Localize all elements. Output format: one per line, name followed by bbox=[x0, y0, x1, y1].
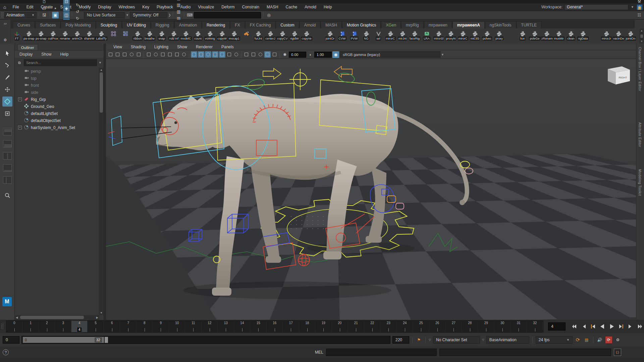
toggle-modeling-toolkit-icon[interactable]: ⚒ bbox=[636, 0, 643, 5]
outliner-item-ground_geo[interactable]: Ground_Geo bbox=[15, 103, 99, 110]
menu-deform[interactable]: Deform bbox=[218, 5, 238, 9]
viewport-toolbar-icon-22[interactable] bbox=[250, 51, 257, 58]
shelf-tab-fx-caching[interactable]: FX Caching bbox=[245, 21, 276, 28]
shelf-tab-icon[interactable]: ▭ bbox=[3, 21, 8, 26]
timeline-frame-32[interactable]: 32 bbox=[527, 321, 543, 332]
shelf-button-ribbon[interactable]: ribbon bbox=[131, 29, 144, 43]
current-frame-field[interactable]: 4 bbox=[548, 322, 566, 330]
exposure-field[interactable]: 0.00 bbox=[289, 52, 306, 58]
timeline-frame-7[interactable]: 7 bbox=[120, 321, 137, 332]
panel-tab-channel-box-layer-editor[interactable]: Channel Box / Layer Editor bbox=[638, 47, 642, 92]
timeline-frame-19[interactable]: 19 bbox=[315, 321, 332, 332]
shelf-button-miCtlS[interactable]: miCtlS bbox=[469, 29, 481, 43]
viewport-toolbar-icon-21[interactable] bbox=[243, 51, 250, 58]
viewport-menu-renderer[interactable]: Renderer bbox=[192, 45, 217, 49]
viewport-menu-lighting[interactable]: Lighting bbox=[150, 45, 172, 49]
viewport-toolbar-icon-0[interactable] bbox=[107, 51, 114, 58]
go-to-end-button[interactable] bbox=[636, 322, 644, 330]
viewport-toolbar-icon-23[interactable] bbox=[257, 51, 264, 58]
viewport-canvas[interactable]: RIGHT bbox=[106, 59, 636, 320]
animation-end-field[interactable]: 220 bbox=[392, 336, 409, 344]
shelf-button-orange[interactable] bbox=[240, 29, 252, 43]
shelf-tab-fx[interactable]: FX bbox=[230, 21, 245, 28]
play-backward-button[interactable] bbox=[598, 322, 606, 330]
workspace-chevron-icon[interactable]: ▼ bbox=[631, 5, 634, 9]
viewport-toolbar-icon-15[interactable] bbox=[205, 51, 211, 58]
outliner-menu-show[interactable]: Show bbox=[41, 52, 51, 57]
timeline-frame-14[interactable]: 14 bbox=[234, 321, 251, 332]
playback-range-bar[interactable]: 0 32 bbox=[23, 337, 104, 343]
shelf-button-rename[interactable]: rename bbox=[59, 29, 71, 43]
timeline-frame-23[interactable]: 23 bbox=[380, 321, 397, 332]
shelf-scrollbar[interactable]: ▲ ▼ bbox=[639, 28, 644, 44]
colorspace-select[interactable]: sRGB gamma (legacy) bbox=[340, 51, 440, 58]
shelf-button-poleGe[interactable]: poleGe bbox=[529, 29, 541, 43]
shelf-button-centerJ[interactable]: centerJ bbox=[264, 29, 276, 43]
zoom-tool[interactable] bbox=[2, 190, 12, 200]
search-icon[interactable]: ◎ bbox=[265, 12, 272, 18]
outliner-item-defaultlightset[interactable]: defaultLightSet bbox=[15, 110, 99, 117]
shelf-button-mocap1[interactable]: mocap1 bbox=[228, 29, 240, 43]
viewport-toolbar-icon-13[interactable] bbox=[191, 51, 197, 58]
menu-file[interactable]: File bbox=[9, 5, 22, 9]
timeline-frame-6[interactable]: 6 bbox=[104, 321, 120, 332]
shelf-button-mirorSl[interactable]: mirorSl bbox=[433, 29, 445, 43]
outliner-hscroll-thumb[interactable] bbox=[20, 316, 84, 319]
workspace-select[interactable]: General* bbox=[565, 4, 628, 10]
timeline-frame-20[interactable]: 20 bbox=[332, 321, 348, 332]
shelf-button-furJnt[interactable]: furJnt bbox=[252, 29, 264, 43]
viewport-toolbar-icon-16[interactable] bbox=[212, 51, 218, 58]
shelf-tab-uv-editing[interactable]: UV Editing bbox=[122, 21, 151, 28]
shelf-button-cutProx[interactable]: cutProx bbox=[47, 29, 59, 43]
shelf-tab-mrprig[interactable]: mrpRig bbox=[401, 21, 424, 28]
outliner-item-front[interactable]: front bbox=[15, 82, 99, 89]
scroll-down-icon[interactable]: ▼ bbox=[100, 311, 103, 314]
outliner-item-top[interactable]: top bbox=[15, 75, 99, 82]
shelf-button-LRA[interactable]: LRA bbox=[421, 29, 433, 43]
outliner-item-hairsystem_0_anim_set[interactable]: +hairSystem_0_Anim_Set bbox=[15, 124, 99, 131]
single-pane-layout[interactable] bbox=[3, 128, 12, 135]
symmetry-chevron-icon[interactable]: ❯ bbox=[168, 13, 171, 17]
outliner-menu-help[interactable]: Help bbox=[60, 52, 68, 57]
shelf-button-copyVe[interactable]: copyVe bbox=[301, 29, 313, 43]
range-slider-track[interactable]: 0 32 bbox=[21, 336, 390, 344]
menu-constrain[interactable]: Constrain bbox=[238, 5, 263, 9]
shelf-tab-rendering[interactable]: Rendering bbox=[202, 21, 230, 28]
anim-layer-field[interactable]: BaseAnimation bbox=[486, 336, 529, 344]
outliner-vscroll-thumb[interactable] bbox=[100, 72, 103, 113]
timeline-frame-29[interactable]: 29 bbox=[478, 321, 494, 332]
help-icon[interactable]: ? bbox=[3, 349, 9, 355]
bookmark-key-icon[interactable]: ⚑ bbox=[416, 337, 422, 343]
timeline-frame-27[interactable]: 27 bbox=[445, 321, 462, 332]
shelf-button-lattice[interactable] bbox=[107, 29, 119, 43]
shelf-button-polvec[interactable]: polvec bbox=[481, 29, 493, 43]
two-pane-layout[interactable] bbox=[3, 152, 12, 160]
timeline-frame-12[interactable]: 12 bbox=[202, 321, 218, 332]
shelf-button-lattice2[interactable] bbox=[119, 29, 131, 43]
step-forward-key-button[interactable] bbox=[617, 322, 625, 330]
shelf-button-animCh[interactable]: animCh bbox=[71, 29, 83, 43]
menu-cache[interactable]: Cache bbox=[282, 5, 301, 9]
shelf-button-count[interactable]: count bbox=[192, 29, 204, 43]
shelf-tab-surfaces[interactable]: Surfaces bbox=[35, 21, 60, 28]
step-back-frame-button[interactable] bbox=[580, 322, 588, 330]
outliner-item-defaultobjectset[interactable]: defaultObjectSet bbox=[15, 117, 99, 124]
history-3-icon[interactable]: ↺ bbox=[74, 8, 81, 15]
expand-icon[interactable]: + bbox=[18, 126, 22, 129]
colorspace-chevron-icon[interactable]: ▼ bbox=[441, 53, 444, 56]
shelf-button-pa-snap[interactable]: pa-snap bbox=[23, 29, 35, 43]
timeline-frame-10[interactable]: 10 bbox=[169, 321, 185, 332]
shelf-button-voWeig[interactable]: voWeig bbox=[204, 29, 216, 43]
shelf-button-mirorJr[interactable]: mirorJr bbox=[600, 29, 612, 43]
mute-audio-icon[interactable]: 🔊 bbox=[596, 337, 603, 343]
viewport-toolbar-icon-4[interactable] bbox=[136, 51, 142, 58]
shelf-button-rigData[interactable]: rigData bbox=[577, 29, 589, 43]
shelf-button-sel[interactable]: sel bbox=[372, 29, 384, 43]
shelf-button-snap[interactable]: snap bbox=[156, 29, 168, 43]
view-transform-icon[interactable]: ◉ bbox=[332, 51, 339, 58]
menu-help[interactable]: Help bbox=[320, 5, 336, 9]
menu-key[interactable]: Key bbox=[139, 5, 153, 9]
playback-start-field[interactable]: 0 bbox=[3, 336, 19, 344]
shelf-button-breathe[interactable]: breathe bbox=[144, 29, 156, 43]
shelf-button-NG[interactable]: NG bbox=[360, 29, 372, 43]
